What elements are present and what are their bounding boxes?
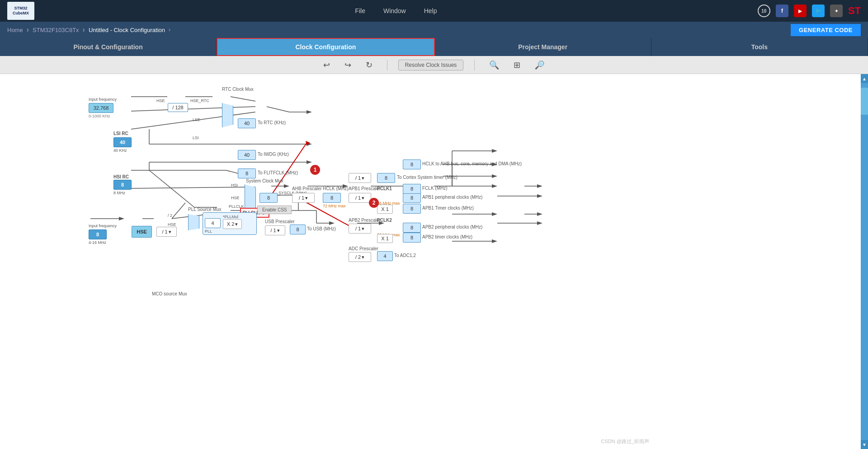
badge-icon: 10 bbox=[758, 5, 770, 17]
input-freq-label-2: Input frequency bbox=[89, 224, 117, 228]
refresh-button[interactable]: ↻ bbox=[362, 58, 376, 72]
apb2-periph-label: APB2 peripheral clocks (MHz) bbox=[422, 224, 482, 229]
hse-rtc-wire-label: HSE bbox=[156, 98, 165, 103]
adc-box[interactable]: 4 bbox=[377, 251, 393, 261]
apb2-periph-box[interactable]: 8 bbox=[403, 223, 421, 233]
usb-unit-label: To USB (MHz) bbox=[307, 226, 336, 231]
ahb-prescaler-label: AHB Prescaler bbox=[292, 186, 322, 191]
apb2-timer-box[interactable]: 8 bbox=[403, 233, 421, 243]
lsi-rc-value[interactable]: 40 bbox=[113, 137, 132, 147]
pll-label: PLL bbox=[205, 229, 212, 234]
apb2-prescaler-dropdown[interactable]: / 1 ▾ bbox=[349, 224, 371, 234]
pll-source-mux[interactable] bbox=[188, 213, 199, 231]
hse-div1-dropdown[interactable]: / 1 ▾ bbox=[156, 227, 177, 237]
lsi-rc-unit: 40 KHz bbox=[113, 148, 127, 153]
toolbar: ↩ ↪ ↻ Resolve Clock Issues 🔍 ⊞ 🔍 bbox=[0, 56, 868, 74]
hsi-rc-value[interactable]: 8 bbox=[113, 180, 132, 190]
fclk-box[interactable]: 8 bbox=[403, 184, 421, 194]
hsi-rc-label: HSI RC bbox=[113, 174, 129, 179]
pclk1-label: PCLK1 bbox=[377, 186, 392, 191]
rtc-mux[interactable] bbox=[222, 102, 233, 129]
hse-freq-box[interactable]: 8 bbox=[89, 229, 107, 239]
scroll-down-button[interactable]: ▼ bbox=[861, 440, 868, 449]
apb1-timer-box[interactable]: 8 bbox=[403, 204, 421, 214]
breadcrumb: Home › STM32F103C8Tx › Untitled - Clock … bbox=[0, 22, 868, 38]
undo-button[interactable]: ↩ bbox=[320, 58, 334, 72]
lsi-rc-label: LSI RC bbox=[113, 131, 128, 136]
zoom-in-button[interactable]: 🔍 bbox=[486, 58, 503, 72]
system-clock-mux-label: System Clock Mux bbox=[246, 178, 283, 183]
hse-box[interactable]: HSE bbox=[132, 226, 152, 238]
menu-help[interactable]: Help bbox=[424, 7, 437, 14]
pll-source-mux-label: PLL Source Mux bbox=[188, 207, 222, 212]
usb-div-dropdown[interactable]: / 1 ▾ bbox=[265, 225, 285, 235]
scroll-track bbox=[861, 83, 868, 440]
hclk-box[interactable]: 8 bbox=[323, 193, 341, 203]
ahb-prescaler-dropdown[interactable]: / 1 ▾ bbox=[292, 193, 315, 203]
annotation-2: 2 bbox=[369, 198, 379, 208]
network-icon[interactable]: ✦ bbox=[830, 5, 843, 17]
apb2-prescaler-label: APB2 Prescaler bbox=[349, 218, 381, 223]
to-flitfclk-label: To FLITFCLK (MHz) bbox=[258, 170, 298, 175]
twitter-icon[interactable]: 🐦 bbox=[812, 5, 825, 17]
tab-tools[interactable]: Tools bbox=[651, 38, 868, 56]
hsi-div2-label: / 2 bbox=[168, 213, 172, 218]
breadcrumb-home[interactable]: Home bbox=[7, 27, 23, 33]
lse-freq-box[interactable]: 32.768 bbox=[89, 103, 113, 113]
st-logo: ST bbox=[848, 5, 861, 17]
to-rtc-box[interactable]: 40 bbox=[238, 118, 256, 128]
hclk-ahb-label: HCLK to AHB bus, core, memory and DMA (M… bbox=[422, 161, 522, 166]
logo-text: STM32 CubeMX bbox=[13, 6, 29, 16]
cortex-timer-box[interactable]: 8 bbox=[377, 173, 395, 183]
sysclk-box[interactable]: 8 bbox=[259, 193, 278, 203]
menu-window[interactable]: Window bbox=[383, 7, 406, 14]
main-content: Input frequency 32.768 0-1000 KHz LSI RC… bbox=[0, 74, 868, 449]
resolve-clock-issues-button[interactable]: Resolve Clock Issues bbox=[398, 60, 464, 70]
cortex-timer-div[interactable]: / 1 ▾ bbox=[349, 173, 371, 183]
hse-pll-label: HSE bbox=[168, 222, 176, 227]
pclk2-label: PCLK2 bbox=[377, 218, 392, 223]
enable-css-button[interactable]: Enable CSS bbox=[257, 206, 292, 214]
adc-prescaler-dropdown[interactable]: / 2 ▾ bbox=[349, 252, 371, 262]
youtube-icon[interactable]: ▶ bbox=[794, 5, 807, 17]
social-icons: 10 f ▶ 🐦 ✦ ST bbox=[758, 5, 861, 17]
to-flitfclk-box[interactable]: 8 bbox=[238, 168, 256, 178]
cortex-timer-label: To Cortex System timer (MHz) bbox=[397, 175, 458, 180]
adc-label: To ADC1,2 bbox=[394, 253, 416, 258]
hsi-rc-unit: 8 MHz bbox=[113, 191, 125, 195]
fit-button[interactable]: ⊞ bbox=[510, 58, 524, 72]
csdn-watermark: CSDN @路过_听雨声 bbox=[601, 438, 649, 445]
to-iwdg-label: To IWDG (KHz) bbox=[258, 152, 289, 157]
tab-clock[interactable]: Clock Configuration bbox=[217, 38, 434, 56]
usb-val-box[interactable]: 8 bbox=[290, 224, 306, 234]
hse-div128-box[interactable]: / 128 bbox=[168, 103, 188, 112]
pll-mul-dropdown[interactable]: X 2 ▾ bbox=[223, 219, 242, 229]
right-scrollbar[interactable]: ▲ ▼ bbox=[861, 74, 868, 449]
breadcrumb-device[interactable]: STM32F103C8Tx bbox=[33, 27, 79, 33]
apb1-periph-box[interactable]: 8 bbox=[403, 193, 421, 203]
hclk-ahb-box[interactable]: 8 bbox=[403, 159, 421, 169]
to-iwdg-box[interactable]: 40 bbox=[238, 150, 256, 160]
hclk-max-label: 72 MHz max bbox=[323, 204, 346, 208]
breadcrumb-arrow: › bbox=[169, 27, 170, 33]
tab-pinout[interactable]: Pinout & Configuration bbox=[0, 38, 217, 56]
apb1-prescaler-dropdown[interactable]: / 1 ▾ bbox=[349, 193, 371, 203]
toolbar-separator2 bbox=[474, 60, 475, 70]
pll-group: 4 *PLLMul X 2 ▾ PLL bbox=[203, 212, 257, 235]
scroll-thumb[interactable] bbox=[861, 88, 868, 115]
breadcrumb-current: Untitled - Clock Configuration bbox=[89, 27, 165, 33]
apb2-timer-x1[interactable]: X 1 bbox=[377, 234, 393, 243]
pll-val-box[interactable]: 4 bbox=[205, 218, 221, 228]
logo-area: STM32 CubeMX bbox=[7, 2, 34, 20]
scroll-up-button[interactable]: ▲ bbox=[861, 74, 868, 83]
facebook-icon[interactable]: f bbox=[776, 5, 788, 17]
apb1-timer-x1[interactable]: X 1 bbox=[377, 205, 393, 214]
lse-range-label: 0-1000 KHz bbox=[89, 114, 110, 118]
menu-file[interactable]: File bbox=[355, 7, 365, 14]
hse-mux-label: HSE bbox=[231, 196, 240, 200]
tab-project[interactable]: Project Manager bbox=[435, 38, 651, 56]
generate-code-button[interactable]: GENERATE CODE bbox=[791, 24, 861, 36]
redo-button[interactable]: ↪ bbox=[341, 58, 355, 72]
zoom-out-button[interactable]: 🔍 bbox=[531, 58, 548, 72]
breadcrumb-sep1: › bbox=[27, 26, 29, 34]
